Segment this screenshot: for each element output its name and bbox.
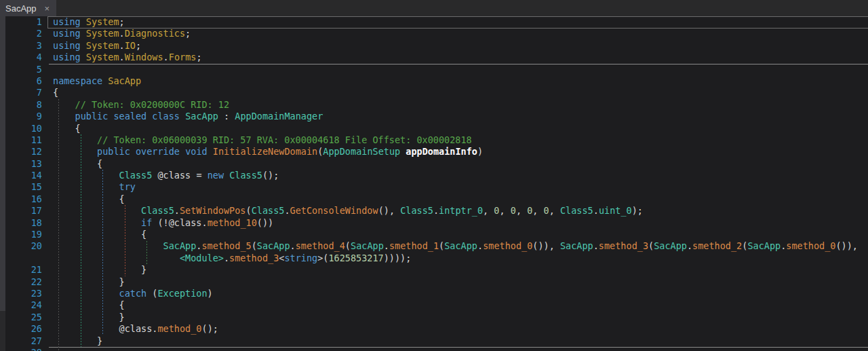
code-line[interactable]: // Token: 0x0200000C RID: 12 — [53, 99, 868, 111]
code-line[interactable]: Class5 @class = new Class5(); — [53, 170, 868, 181]
tab-sacapp[interactable]: SacApp × — [0, 0, 56, 16]
code-line[interactable]: { — [53, 158, 868, 170]
code-line[interactable]: public override void InitializeNewDomain… — [53, 146, 868, 158]
code-token: (); — [202, 323, 218, 334]
code-token — [53, 205, 141, 216]
line-number: 6 — [5, 75, 42, 87]
code-token: SacApp — [257, 240, 290, 251]
code-token: { — [53, 229, 146, 240]
code-token: // Token: 0x06000039 RID: 57 RVA: 0x0000… — [53, 134, 472, 145]
code-area[interactable]: using System;using System.Diagnostics;us… — [53, 16, 868, 351]
line-number: 21 — [5, 264, 42, 276]
tab-label: SacApp — [5, 3, 37, 14]
code-editor[interactable]: 1234567891011121314151617181920212223242… — [0, 16, 868, 351]
code-token — [81, 40, 86, 51]
code-token: { — [53, 87, 58, 98]
code-token: // Token: 0x0200000C RID: 12 — [53, 99, 229, 110]
code-line[interactable]: using System.Diagnostics; — [53, 28, 868, 39]
line-number: 7 — [5, 87, 42, 98]
code-token: Exception — [157, 288, 207, 299]
code-line[interactable]: using System; — [53, 16, 868, 28]
code-token — [130, 146, 136, 157]
code-token: , — [500, 205, 511, 216]
code-line[interactable]: SacApp.smethod_5(SacApp.smethod_4(SacApp… — [53, 240, 868, 252]
code-line[interactable]: { — [53, 193, 868, 205]
code-token: 0 — [494, 205, 499, 216]
code-line[interactable]: } — [53, 335, 868, 347]
code-line[interactable]: { — [53, 299, 868, 311]
code-token: } — [53, 335, 102, 346]
code-token: . — [201, 217, 207, 228]
code-token: } — [53, 264, 146, 275]
code-token: . — [687, 240, 692, 251]
code-token: IO — [125, 40, 136, 51]
code-token — [81, 52, 86, 62]
code-token: Class5 — [229, 170, 262, 181]
code-line[interactable]: Class5.SetWindowPos(Class5.GetConsoleWin… — [53, 205, 868, 217]
code-token — [81, 28, 86, 39]
code-token: System — [86, 52, 119, 62]
code-line[interactable]: } — [53, 276, 868, 288]
code-token: override — [136, 146, 180, 157]
code-line[interactable]: // Token: 0x06000039 RID: 57 RVA: 0x0000… — [53, 134, 868, 146]
code-token: @class — [169, 217, 202, 228]
line-number: 25 — [5, 312, 42, 323]
code-line[interactable]: if (!@class.method_10()) — [53, 217, 868, 229]
code-line[interactable]: { — [53, 229, 868, 240]
code-token: SacApp — [444, 240, 477, 251]
code-line[interactable]: public sealed class SacApp : AppDomainMa… — [53, 111, 868, 122]
code-line[interactable]: try — [53, 181, 868, 193]
code-token: SacApp — [108, 75, 141, 86]
line-number: 8 — [5, 99, 42, 111]
code-line[interactable]: using System.IO; — [53, 40, 868, 52]
code-line[interactable]: catch (Exception) — [53, 288, 868, 299]
code-token: ( — [252, 240, 257, 251]
code-token: smethod_0 — [786, 240, 835, 251]
close-icon[interactable]: × — [45, 3, 50, 14]
code-line[interactable]: <Module>.smethod_3<string>(1625853217)))… — [53, 253, 868, 264]
code-token: InitializeNewDomain — [213, 146, 317, 157]
code-token: >( — [317, 253, 328, 263]
code-token: ) — [477, 146, 483, 157]
line-number: 13 — [5, 158, 42, 170]
code-line[interactable]: { — [53, 123, 868, 134]
code-line[interactable] — [53, 347, 868, 351]
code-token: 0 — [511, 205, 516, 216]
code-token: ; — [136, 40, 141, 51]
code-token: ); — [632, 205, 643, 216]
code-token — [53, 323, 119, 334]
line-number: 15 — [5, 181, 42, 193]
code-token: smethod_3 — [229, 253, 279, 263]
code-token: . — [119, 52, 125, 62]
code-line[interactable]: namespace SacApp — [53, 75, 868, 87]
code-token: 1625853217 — [328, 253, 383, 263]
code-token: SacApp — [560, 240, 593, 251]
code-token: } — [53, 312, 125, 322]
line-number: 2 — [5, 28, 42, 39]
line-number: 1 — [5, 16, 42, 28]
code-token: ; — [119, 16, 125, 27]
code-token: = — [191, 170, 207, 181]
code-token: ; — [196, 52, 201, 62]
line-number: 27 — [5, 335, 42, 347]
line-number: 28 — [5, 347, 42, 351]
code-token — [180, 111, 185, 122]
code-line[interactable]: @class.method_0(); — [53, 323, 868, 335]
code-token: . — [290, 240, 296, 251]
code-line[interactable]: } — [53, 312, 868, 323]
code-token: Forms — [169, 52, 197, 62]
line-number: 26 — [5, 323, 42, 335]
code-token: ( — [146, 288, 157, 299]
code-line[interactable]: { — [53, 87, 868, 98]
code-token: using — [53, 52, 81, 62]
code-token: string — [284, 253, 317, 263]
line-number: 5 — [5, 64, 42, 75]
code-token: ( — [648, 240, 654, 251]
code-token: . — [163, 52, 169, 62]
code-token: public — [75, 111, 108, 122]
code-line[interactable]: using System.Windows.Forms; — [53, 52, 868, 63]
code-line[interactable] — [53, 64, 868, 75]
code-token: Class5 — [119, 170, 153, 181]
code-line[interactable]: } — [53, 264, 868, 276]
code-token: public — [97, 146, 130, 157]
